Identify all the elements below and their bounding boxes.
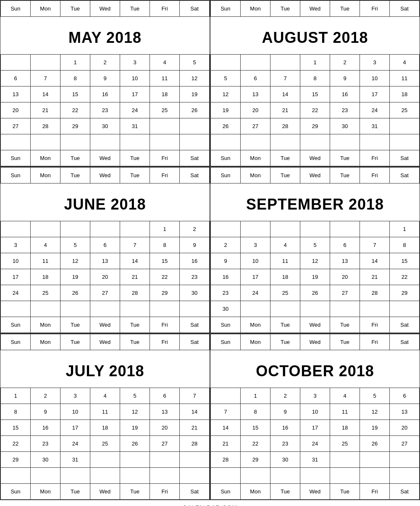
day-cell: 8: [1, 404, 31, 420]
day-cell: 22: [60, 102, 90, 118]
day-footer: Sun: [1, 484, 31, 500]
day-cell: 3: [1, 237, 31, 253]
day-cell: 2: [211, 237, 241, 253]
day-cell: 30: [330, 118, 360, 134]
day-footer: Sun: [1, 150, 31, 166]
day-cell: 14: [120, 253, 150, 269]
day-cell: 18: [330, 420, 360, 436]
empty-cell: [300, 221, 330, 237]
day-footer: Wed: [300, 317, 330, 333]
week-row: 293031: [1, 452, 210, 468]
day-header: Mon: [241, 334, 270, 350]
day-cell: 2: [90, 55, 120, 71]
day-header: Fri: [150, 334, 180, 350]
day-footer: Fri: [360, 150, 390, 166]
day-cell: 23: [270, 436, 300, 452]
day-footer: Fri: [360, 317, 390, 333]
day-footer: Tue: [270, 150, 300, 166]
day-cell: 26: [300, 285, 330, 301]
week-row: 28293031: [211, 452, 420, 468]
empty-cell: [90, 221, 120, 237]
day-cell: 4: [90, 388, 120, 404]
empty-cell: [90, 468, 120, 484]
day-cell: 12: [60, 253, 90, 269]
week-row: 22232425262728: [1, 436, 210, 452]
month-title: OCTOBER 2018: [211, 350, 420, 388]
day-footer: Tue: [60, 317, 90, 333]
empty-cell: [360, 134, 390, 150]
day-cell: 3: [120, 55, 150, 71]
day-cell: 13: [1, 87, 31, 102]
day-header: Wed: [90, 334, 120, 350]
day-cell: 28: [120, 285, 150, 301]
day-footer: Wed: [300, 484, 330, 500]
day-cell: 9: [31, 404, 60, 420]
month-title: JUNE 2018: [1, 184, 210, 221]
week-row: 17181920212223: [1, 269, 210, 285]
empty-cell: [300, 301, 330, 317]
day-cell: 21: [120, 269, 150, 285]
empty-cell: [330, 468, 360, 484]
day-cell: 27: [90, 285, 120, 301]
day-cell: 12: [300, 253, 330, 269]
day-footer: Fri: [150, 150, 180, 166]
day-header: Tue: [60, 1, 90, 17]
day-cell: 17: [1, 269, 31, 285]
day-cell: 3: [60, 388, 90, 404]
day-cell: 22: [390, 269, 420, 285]
empty-cell: [211, 388, 241, 404]
week-row: 12345: [1, 55, 210, 71]
day-cell: 1: [241, 388, 270, 404]
day-cell: 8: [390, 237, 420, 253]
calendars-grid: SunMonTueWedTueFriSatMAY 201812345678910…: [0, 0, 420, 500]
day-cell: 19: [360, 420, 390, 436]
day-footer: Tue: [330, 484, 360, 500]
day-cell: 30: [211, 301, 241, 317]
empty-cell: [60, 134, 90, 150]
day-cell: 11: [31, 253, 60, 269]
day-cell: 22: [241, 436, 270, 452]
day-cell: 6: [390, 388, 420, 404]
day-cell: 4: [270, 237, 300, 253]
day-cell: 17: [300, 420, 330, 436]
day-cell: 20: [241, 102, 270, 118]
day-cell: 13: [241, 87, 270, 102]
day-footer: Wed: [90, 317, 120, 333]
week-row: 1: [211, 221, 420, 237]
empty-cell: [270, 221, 300, 237]
empty-cell: [31, 301, 60, 317]
week-row: 16171819202122: [211, 269, 420, 285]
day-footer: Sat: [180, 484, 210, 500]
empty-cell: [330, 221, 360, 237]
day-footer: Sun: [211, 150, 241, 166]
day-cell: 16: [180, 253, 210, 269]
week-row: [211, 468, 420, 484]
day-cell: 26: [211, 118, 241, 134]
day-cell: 28: [360, 285, 390, 301]
day-header: Sun: [211, 1, 241, 17]
week-row: 9101112131415: [211, 253, 420, 269]
day-cell: 21: [211, 436, 241, 452]
day-footer: Mon: [241, 317, 270, 333]
week-row: 12131415161718: [211, 87, 420, 102]
empty-cell: [180, 452, 210, 468]
day-cell: 1: [300, 55, 330, 71]
day-cell: 8: [300, 71, 330, 87]
day-cell: 18: [90, 420, 120, 436]
day-header: Tue: [120, 168, 150, 184]
week-row: 1234: [211, 55, 420, 71]
day-header: Sun: [211, 334, 241, 350]
empty-cell: [390, 468, 420, 484]
day-cell: 21: [360, 269, 390, 285]
day-header: Mon: [31, 1, 60, 17]
empty-cell: [120, 301, 150, 317]
empty-cell: [211, 221, 241, 237]
empty-cell: [180, 301, 210, 317]
empty-cell: [241, 134, 270, 150]
day-cell: 14: [31, 87, 60, 102]
empty-cell: [390, 301, 420, 317]
week-row: 891011121314: [1, 404, 210, 420]
day-cell: 6: [150, 388, 180, 404]
day-cell: 29: [150, 285, 180, 301]
day-cell: 4: [330, 388, 360, 404]
